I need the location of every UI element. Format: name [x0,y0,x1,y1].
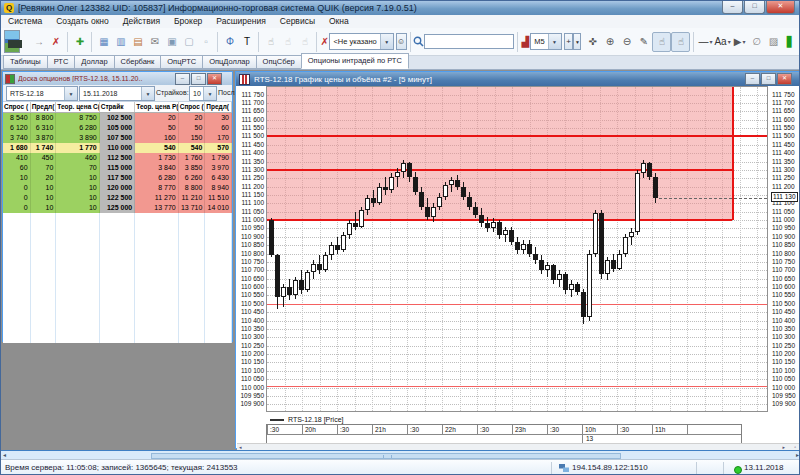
menu-расширения[interactable]: Расширения [209,15,272,28]
column-header[interactable]: Предл( [31,102,57,112]
table-row[interactable]: 01010122 50011 27011 21011 510 [3,193,232,203]
price-cell[interactable]: 540 [135,143,178,153]
chevron-down-icon[interactable]: ▾ [742,39,745,45]
table-row[interactable]: 102010117 5006 2806 2606 430 [3,173,232,183]
hand-up-icon[interactable]: ☝ [262,33,279,51]
price-cell[interactable]: 1 770 [56,143,99,153]
zoom-in-icon[interactable]: ⊕ [601,33,618,51]
price-cell[interactable]: 6 260 [179,173,206,183]
price-cell[interactable]: 8 750 [56,113,99,123]
pan-icon[interactable]: ✜ [584,33,601,51]
strikes-combo[interactable]: 10 ▼ [189,86,217,101]
price-cell[interactable]: 460 [56,153,99,163]
table-row[interactable]: 410450460112 5001 7301 7601 790 [3,153,232,163]
price-cell[interactable]: 10 [31,203,57,213]
price-cell[interactable]: 0 [3,193,31,203]
line-style-icon[interactable]: ―▾ [697,33,714,51]
price-cell[interactable]: 8 770 [135,183,178,193]
price-cell[interactable]: 410 [3,153,31,163]
options-board-titlebar[interactable]: Доска опционов [RTS-12.18, 15.11.20.. – … [3,72,232,85]
timeframe-combo[interactable]: M5 ▼ [530,33,561,50]
price-cell[interactable]: 3 850 [179,163,206,173]
price-cell[interactable]: 10 [56,173,99,183]
close-window-icon[interactable]: ▢ [180,33,197,51]
price-cell[interactable]: 3 740 [3,133,31,143]
price-cell[interactable]: 11 510 [205,193,232,203]
hand-tilt-icon[interactable]: ☝ [279,33,296,51]
price-plot-area[interactable] [266,86,768,412]
price-cell[interactable]: 6 310 [31,123,57,133]
table-row[interactable]: 607070115 0003 8403 8503 970 [3,163,232,173]
minimize-button[interactable]: – [722,1,743,14]
menu-создать-окно[interactable]: Создать окно [49,15,116,28]
price-cell[interactable]: 10 [56,203,99,213]
chevron-down-icon[interactable]: ▼ [64,87,77,100]
quotes-window-icon[interactable]: ▥ [112,33,129,51]
price-cell[interactable]: 3 840 [135,163,178,173]
duplicate-window-icon[interactable]: ▫ [197,33,214,51]
strike-cell[interactable]: 107 500 [100,133,136,143]
menu-действия[interactable]: Действия [116,15,167,28]
close-button[interactable]: ✕ [777,73,792,85]
price-cell[interactable]: 170 [205,133,232,143]
column-header[interactable]: Страйк [100,102,136,112]
disconnect-icon[interactable]: ✗ [47,33,64,51]
board-instrument-combo[interactable]: RTS-12.18 ▼ [6,86,78,101]
price-cell[interactable]: 570 [205,143,232,153]
chevron-down-icon[interactable]: ▼ [548,34,561,49]
price-cell[interactable]: 50 [135,123,178,133]
price-cell[interactable]: 70 [31,163,57,173]
user-remove-icon[interactable]: ✗ [320,33,329,51]
tab-сбербанк[interactable]: Сбербанк [114,55,162,69]
chevron-down-icon[interactable]: ▾ [710,39,713,45]
strike-cell[interactable]: 125 000 [100,203,136,213]
price-cell[interactable]: 1 760 [179,153,206,163]
price-cell[interactable]: 8 540 [3,113,31,123]
strike-cell[interactable]: 112 500 [100,153,136,163]
strike-cell[interactable]: 110 000 [100,143,136,153]
price-cell[interactable]: 540 [179,143,206,153]
price-cell[interactable]: 150 [179,133,206,143]
price-cell[interactable]: 30 [205,113,232,123]
price-cell[interactable]: 6 280 [135,173,178,183]
column-header[interactable]: Предл( [205,102,232,112]
minimize-button[interactable]: – [745,73,760,85]
add-plot-dropdown[interactable]: ▼ [573,33,581,50]
cursor-hand-icon[interactable]: ☝ [652,32,671,52]
new-window-icon[interactable]: ✚ [71,33,88,51]
price-cell[interactable]: 10 [3,173,31,183]
chevron-down-icon[interactable]: ▼ [141,87,154,100]
tab-доллар[interactable]: Доллар [74,55,114,69]
price-cell[interactable]: 6 430 [205,173,232,183]
price-cell[interactable]: 3 890 [56,133,99,143]
chart-titlebar[interactable]: RTS-12.18 График цены и объёма #2 - [5 м… [236,72,800,86]
strike-cell[interactable]: 102 500 [100,113,136,123]
search-input[interactable] [424,34,514,49]
table-row[interactable]: 6 1206 3106 280105 000505060 [3,123,232,133]
column-header[interactable]: Теор. цена Р( [135,102,178,112]
maximize-button[interactable]: □ [761,73,776,85]
price-cell[interactable]: 1 680 [3,143,31,153]
price-cell[interactable]: 11 270 [135,193,178,203]
price-cell[interactable]: 10 [56,183,99,193]
price-cell[interactable]: 0 [3,203,31,213]
table-row[interactable]: 3 7403 8703 890107 500160150170 [3,133,232,143]
table-row[interactable]: 1 6801 7401 770110 000540540570 [3,143,232,153]
price-cell[interactable]: 8 800 [179,183,206,193]
price-cell[interactable]: 3 870 [31,133,57,143]
chart-scrollbar[interactable]: ◂ ▸ ▫ [237,443,799,450]
price-cell[interactable]: 11 210 [179,193,206,203]
hands-pair-icon[interactable]: ☝ [296,33,313,51]
instrument-combo[interactable]: <Не указано ▼ [329,33,393,50]
close-button[interactable]: ✕ [766,1,795,14]
strike-cell[interactable]: 105 000 [100,123,136,133]
orders-table-icon[interactable]: ▤ [129,33,146,51]
board-expiry-combo[interactable]: 15.11.2018 ▼ [79,86,155,101]
tab-опцсбер[interactable]: ОпцСбер [256,55,302,69]
chevron-down-icon[interactable]: ▼ [380,34,393,49]
price-cell[interactable]: 1 730 [135,153,178,163]
price-cell[interactable]: 160 [135,133,178,143]
price-cell[interactable]: 70 [56,163,99,173]
menu-окна[interactable]: Окна [322,15,356,28]
price-cell[interactable]: 6 280 [56,123,99,133]
